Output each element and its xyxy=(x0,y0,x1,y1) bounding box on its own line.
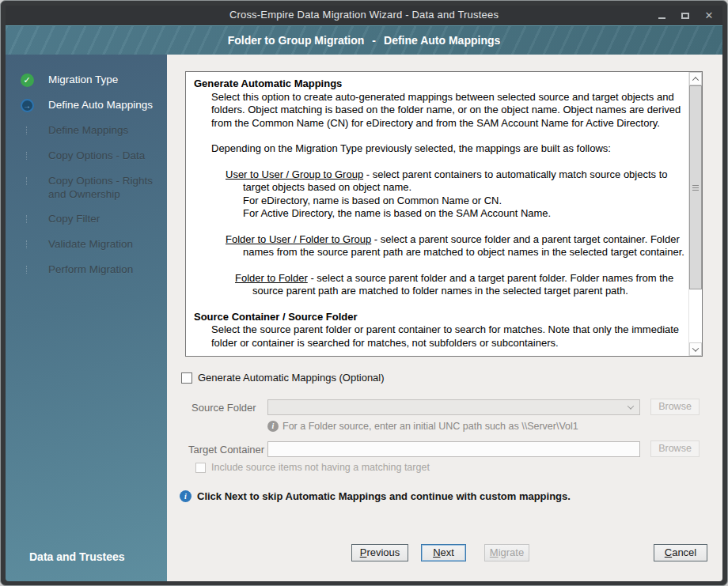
help-text-content: Generate Automatic Mappings Select this … xyxy=(186,72,688,356)
step-completed-check-icon xyxy=(21,74,34,87)
step-label: Copy Options - Rights and Ownership xyxy=(48,175,167,201)
source-folder-combobox[interactable] xyxy=(267,399,640,415)
sidebar-item-copy-options-rights: Copy Options - Rights and Ownership xyxy=(6,175,167,201)
maximize-icon xyxy=(681,13,689,19)
migrate-button[interactable]: Migrate xyxy=(484,544,529,561)
step-label: Copy Options - Data xyxy=(48,149,151,163)
step-label: Copy Filter xyxy=(48,213,106,226)
sidebar-item-define-mappings: Define Mappings xyxy=(6,124,167,138)
sidebar-item-copy-options-data: Copy Options - Data xyxy=(6,149,167,163)
page-title-right: Define Auto Mappings xyxy=(384,34,500,47)
target-container-textbox[interactable] xyxy=(267,441,640,457)
minimize-button[interactable] xyxy=(654,9,669,23)
generate-mappings-checkbox-row: Generate Automatic Mappings (Optional) xyxy=(181,372,385,384)
target-browse-button[interactable]: Browse xyxy=(650,440,700,457)
step-pending-dot-icon xyxy=(26,152,28,160)
include-items-checkbox-label: Include source items not having a matchi… xyxy=(211,462,430,473)
help-heading-source: Source Container / Source Folder xyxy=(194,311,685,324)
cancel-button[interactable]: Cancel xyxy=(654,544,707,561)
step-label: Define Mappings xyxy=(48,124,135,138)
help-text-box: Generate Automatic Mappings Select this … xyxy=(185,71,703,357)
help-heading-generate: Generate Automatic Mappings xyxy=(194,78,685,91)
scroll-down-button[interactable] xyxy=(689,342,702,356)
next-button[interactable]: Next xyxy=(421,544,466,561)
skip-note-text: Click Next to skip Automatic Mappings an… xyxy=(197,490,571,502)
info-icon xyxy=(180,490,191,502)
title-bar[interactable]: Cross-Empire Data Migration Wizard - Dat… xyxy=(6,6,722,25)
skip-note-row: Click Next to skip Automatic Mappings an… xyxy=(180,490,571,502)
wizard-type-label: Data and Trustees xyxy=(29,550,125,563)
step-label: Perform Migration xyxy=(48,263,139,277)
target-container-label: Target Container xyxy=(188,444,264,456)
mapping-type-note: For eDirectory, name is based on Common … xyxy=(243,195,685,208)
step-pending-dot-icon xyxy=(26,215,28,223)
step-list: Migration Type Define Auto Mappings Defi… xyxy=(6,55,167,277)
source-folder-hint-row: For a Folder source, enter an initial UN… xyxy=(267,421,578,432)
scroll-up-button[interactable] xyxy=(689,72,702,85)
previous-button[interactable]: Previous xyxy=(351,544,408,561)
window-title: Cross-Empire Data Migration Wizard - Dat… xyxy=(6,9,722,21)
help-paragraph: Select the source parent folder or paren… xyxy=(211,323,685,350)
include-items-checkbox[interactable] xyxy=(195,463,206,473)
generate-mappings-checkbox-label: Generate Automatic Mappings (Optional) xyxy=(198,372,385,384)
help-paragraph: Depending on the Migration Type previous… xyxy=(211,142,685,156)
chevron-down-icon xyxy=(692,345,699,351)
target-container-input[interactable] xyxy=(268,442,639,456)
generate-mappings-checkbox[interactable] xyxy=(181,372,192,384)
sidebar-item-perform-migration: Perform Migration xyxy=(6,263,167,277)
step-label: Migration Type xyxy=(48,74,124,87)
sidebar-item-define-auto-mappings: Define Auto Mappings xyxy=(6,99,167,112)
step-label: Validate Migration xyxy=(48,238,139,251)
source-browse-button[interactable]: Browse xyxy=(650,399,700,415)
mapping-type-term: Folder to Folder xyxy=(235,272,308,284)
source-folder-input[interactable] xyxy=(268,400,639,414)
step-label: Define Auto Mappings xyxy=(48,99,159,112)
mapping-type-entry: Folder to User / Folder to Group - selec… xyxy=(226,233,685,259)
mapping-type-note: For Active Directory, the name is based … xyxy=(243,207,685,221)
wizard-steps-sidebar: Migration Type Define Auto Mappings Defi… xyxy=(6,55,167,581)
page-title: Folder to Group Migration - Define Auto … xyxy=(228,34,501,47)
sidebar-item-copy-filter: Copy Filter xyxy=(6,213,167,226)
step-pending-dot-icon xyxy=(26,240,28,248)
main-panel: Generate Automatic Mappings Select this … xyxy=(167,55,722,581)
chevron-up-icon xyxy=(692,77,699,83)
step-pending-dot-icon xyxy=(26,127,28,134)
window-controls: ✕ xyxy=(654,6,716,25)
wizard-window: Cross-Empire Data Migration Wizard - Dat… xyxy=(0,0,728,586)
close-icon: ✕ xyxy=(705,9,714,21)
maximize-button[interactable] xyxy=(678,9,692,23)
help-paragraph: Select this option to create auto-genera… xyxy=(211,91,685,130)
step-pending-dot-icon xyxy=(26,177,28,185)
source-folder-hint: For a Folder source, enter an initial UN… xyxy=(282,421,578,432)
step-pending-dot-icon xyxy=(26,266,28,274)
sidebar-item-validate-migration: Validate Migration xyxy=(6,238,167,251)
info-icon xyxy=(267,421,279,432)
page-title-left: Folder to Group Migration xyxy=(228,34,365,47)
scrollbar-thumb[interactable] xyxy=(689,85,702,289)
mapping-type-term: User to User / Group to Group xyxy=(226,168,363,180)
mapping-type-term: Folder to User / Folder to Group xyxy=(226,233,371,245)
wizard-header: Folder to Group Migration - Define Auto … xyxy=(6,25,722,55)
help-scrollbar[interactable] xyxy=(688,72,702,356)
close-button[interactable]: ✕ xyxy=(702,9,716,23)
step-current-arrow-icon xyxy=(21,99,34,112)
include-items-checkbox-row: Include source items not having a matchi… xyxy=(195,462,430,473)
mapping-type-entry: Folder to Folder - select a source paren… xyxy=(235,272,685,298)
mapping-type-desc: - select a source parent folder and a ta… xyxy=(252,272,673,297)
page-title-separator: - xyxy=(372,34,376,47)
sidebar-item-migration-type: Migration Type xyxy=(6,74,167,87)
mapping-type-entry: User to User / Group to Group - select p… xyxy=(226,168,685,221)
source-folder-label: Source Folder xyxy=(191,402,256,414)
minimize-icon xyxy=(658,17,665,19)
